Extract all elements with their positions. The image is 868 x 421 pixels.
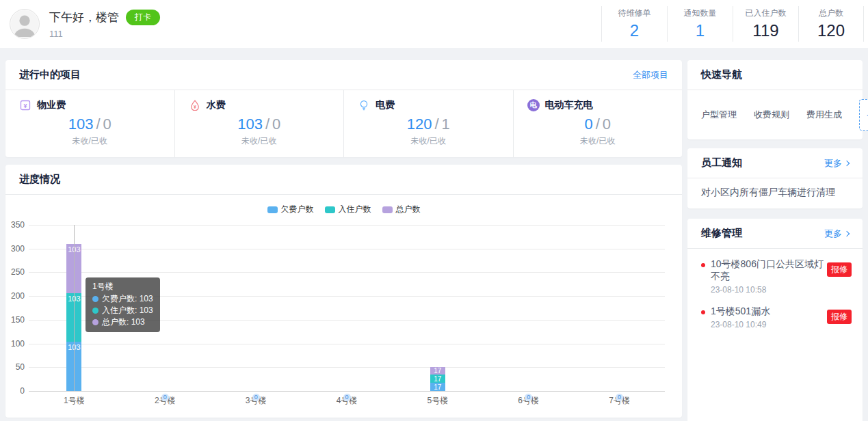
electricity-fee-icon	[358, 99, 370, 111]
more-label: 更多	[824, 157, 842, 169]
unpaid-count: 120	[407, 116, 432, 133]
gridline	[29, 225, 665, 226]
stat-value: 120	[799, 21, 863, 40]
bar-segment[interactable]: 17	[430, 375, 445, 383]
repair-title: 1号楼501漏水	[711, 305, 827, 318]
legend-item[interactable]: 入住户数	[325, 204, 371, 215]
staff-notice-content[interactable]: 对小区内所有僵尸车辆进行清理	[687, 178, 863, 208]
all-projects-link[interactable]: 全部项目	[633, 69, 668, 81]
gridline	[29, 249, 665, 249]
stat-pending-repairs[interactable]: 待维修单 2	[601, 6, 667, 42]
progress-title: 进度情况	[19, 173, 60, 186]
count-separator: /	[96, 116, 100, 133]
count-separator: /	[434, 116, 438, 133]
gridline	[29, 367, 665, 368]
maintenance-more-link[interactable]: 更多	[824, 228, 849, 240]
stat-label: 待维修单	[602, 8, 667, 19]
paid-count: 0	[103, 116, 111, 133]
chevron-right-icon	[844, 160, 850, 165]
paid-count: 1	[442, 116, 450, 133]
legend-item[interactable]: 总户数	[382, 204, 421, 215]
y-tick-label: 0	[5, 386, 25, 396]
zero-value-label: 0	[161, 394, 169, 401]
stat-value: 2	[602, 21, 667, 40]
stat-label: 总户数	[799, 8, 863, 19]
legend-swatch-icon	[267, 206, 278, 213]
header-stats: 待维修单 2 通知数量 1 已入住户数 119 总户数 120	[601, 6, 864, 42]
y-tick-label: 300	[5, 244, 25, 254]
y-tick-label: 350	[5, 220, 25, 230]
svg-text:¥: ¥	[194, 105, 196, 109]
avatar[interactable]	[10, 9, 40, 39]
project-name: 物业费	[37, 99, 66, 111]
repair-list-item[interactable]: 10号楼806门口公共区域灯不亮 23-08-10 10:58 报修	[701, 258, 852, 295]
staff-notice-more-link[interactable]: 更多	[824, 157, 849, 169]
chart-tooltip: 1号楼 欠费户数: 103入住户数: 103总户数: 103	[86, 277, 160, 332]
tooltip-row: 总户数: 103	[92, 316, 153, 328]
card-caption: 未收/已收	[358, 135, 513, 147]
axis-pointer-line	[74, 225, 75, 391]
maintenance-panel: 维修管理 更多 10号楼806门口公共区域灯不亮 23-08-10 10:58 …	[687, 219, 863, 421]
repair-status-badge: 报修	[827, 310, 852, 324]
user-silhouette-icon	[10, 10, 39, 38]
count-separator: /	[596, 116, 600, 133]
bar-value-label: 17	[430, 375, 445, 383]
tooltip-row: 欠费户数: 103	[92, 293, 153, 305]
quick-nav-panel: 快速导航 户型管理 收费规则 费用生成 + 添加	[687, 60, 863, 139]
nav-item-charging-rules[interactable]: 收费规则	[754, 109, 789, 121]
repair-status-badge: 报修	[827, 262, 852, 277]
quick-nav-title: 快速导航	[701, 68, 742, 81]
stat-notice-count[interactable]: 通知数量 1	[667, 6, 733, 42]
paid-count: 0	[272, 116, 280, 133]
bar-value-label: 17	[430, 383, 445, 391]
project-card-property-fee[interactable]: ¥ 物业费 103/0 未收/已收	[5, 90, 174, 157]
y-tick-label: 200	[5, 291, 25, 301]
more-label: 更多	[824, 228, 842, 240]
x-tick-label: 1号楼	[53, 395, 94, 407]
username: 111	[49, 29, 160, 39]
checkin-button[interactable]: 打卡	[126, 10, 160, 25]
zero-value-label: 0	[616, 394, 623, 401]
project-card-water-fee[interactable]: ¥ 水费 103/0 未收/已收	[174, 90, 344, 157]
red-dot-icon	[701, 263, 705, 267]
repair-list-item[interactable]: 1号楼501漏水 23-08-10 10:49 报修	[701, 305, 852, 329]
chart-legend: 欠费户数入住户数总户数	[5, 195, 682, 217]
tooltip-row: 入住户数: 103	[92, 305, 153, 316]
gridline	[29, 344, 665, 344]
paid-count: 0	[603, 116, 611, 133]
legend-item[interactable]: 欠费户数	[267, 204, 314, 215]
greeting-text: 下午好，楼管	[49, 10, 119, 25]
nav-item-housetype-management[interactable]: 户型管理	[701, 109, 737, 121]
zero-value-label: 0	[252, 394, 260, 401]
stat-label: 已入住户数	[733, 8, 798, 19]
project-card-electricity-fee[interactable]: 电费 120/1 未收/已收	[343, 90, 513, 157]
card-caption: 未收/已收	[19, 135, 174, 147]
progress-chart[interactable]: 1号楼 欠费户数: 103入住户数: 103总户数: 103 050100150…	[5, 219, 682, 419]
bar-value-label: 17	[430, 367, 445, 375]
card-caption: 未收/已收	[527, 135, 683, 147]
stat-label: 通知数量	[668, 8, 733, 19]
repair-title: 10号楼806门口公共区域灯不亮	[711, 258, 827, 283]
top-header: 下午好，楼管 打卡 111 待维修单 2 通知数量 1 已入住户数 119 总户…	[0, 0, 868, 48]
y-tick-label: 250	[5, 267, 25, 277]
legend-label: 总户数	[396, 204, 421, 215]
bar-segment[interactable]: 17	[430, 367, 445, 375]
red-dot-icon	[701, 310, 705, 314]
repair-time: 23-08-10 10:58	[711, 285, 827, 295]
ongoing-projects-panel: 进行中的项目 全部项目 ¥ 物业费 103/0 未收/已收	[5, 60, 682, 157]
stat-total-households: 总户数 120	[798, 6, 864, 42]
add-button[interactable]: + 添加	[859, 99, 868, 131]
project-card-ev-charging[interactable]: 电 电动车充电 0/0 未收/已收	[513, 90, 683, 157]
staff-notice-panel: 员工通知 更多 对小区内所有僵尸车辆进行清理	[687, 148, 863, 208]
bar-segment[interactable]: 17	[430, 383, 445, 391]
tooltip-row-text: 入住户数: 103	[102, 305, 153, 316]
stat-value: 1	[668, 21, 733, 40]
nav-item-fee-generation[interactable]: 费用生成	[806, 109, 842, 121]
legend-label: 入住户数	[339, 204, 371, 215]
unpaid-count: 0	[584, 116, 592, 133]
unpaid-count: 103	[237, 116, 263, 133]
legend-label: 欠费户数	[281, 204, 314, 215]
svg-text:¥: ¥	[23, 103, 27, 109]
x-tick-label: 5号楼	[417, 395, 458, 407]
ev-charging-icon: 电	[527, 99, 540, 111]
